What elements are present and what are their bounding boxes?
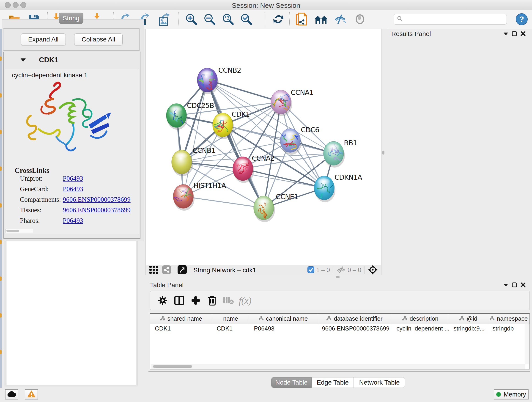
column-header-database-identifier[interactable]: database identifier — [317, 314, 392, 324]
table-hscrollbar-thumb[interactable] — [153, 365, 192, 368]
gene-panel-hscrollbar[interactable] — [6, 229, 33, 233]
table-cell[interactable]: cyclin–dependent ... — [392, 324, 449, 333]
table-cell[interactable]: 9606.ENSP00000378699 — [317, 324, 392, 333]
memory-button[interactable]: Memory — [494, 389, 529, 400]
panel-float-icon[interactable] — [512, 282, 517, 288]
dock-peek-dot — [0, 166, 2, 171]
toolbar-divider — [333, 266, 333, 274]
crosslink-label: Uniprot: — [20, 175, 63, 182]
table-cell[interactable]: CDK1 — [150, 324, 212, 333]
tab-string[interactable]: String — [59, 13, 83, 24]
column-header-shared-name[interactable]: shared name — [150, 314, 212, 324]
grid-view-icon[interactable] — [149, 266, 158, 275]
column-header-namespace[interactable]: namespace — [488, 314, 530, 324]
network-node-label-CDK1: CDK1 — [232, 110, 250, 118]
panel-menu-icon[interactable] — [504, 283, 508, 287]
network-node-CDKN1A[interactable] — [314, 176, 337, 204]
node-table: shared namenamecanonical namedatabase id… — [150, 313, 530, 370]
zoom-fit-icon — [222, 13, 234, 26]
network-node-CDK1[interactable] — [213, 113, 234, 139]
birdseye-toggle-icon[interactable] — [177, 265, 187, 275]
column-header-name[interactable]: name — [212, 314, 249, 324]
zoom-selected-button[interactable] — [240, 13, 253, 26]
crosslink-link[interactable]: P06493 — [63, 175, 83, 182]
tab-node-table[interactable]: Node Table — [271, 377, 312, 388]
delete-column-trash-icon[interactable] — [204, 294, 220, 307]
gene-expander-icon[interactable] — [21, 58, 26, 63]
svg-text:?: ? — [519, 15, 524, 23]
network-edge-HIST1H1A-CCNE1[interactable] — [183, 196, 264, 208]
zoom-selected-icon — [240, 13, 253, 26]
toolbar-separator — [289, 12, 290, 27]
home-button[interactable] — [314, 13, 328, 26]
crosslink-link[interactable]: 9606.ENSP00000378699 — [63, 196, 131, 203]
tab-network-table[interactable]: Network Table — [354, 377, 405, 388]
network-column-icon — [490, 315, 495, 322]
horizontal-splitter-grip[interactable] — [336, 276, 340, 278]
panel-float-icon[interactable] — [512, 31, 517, 37]
panel-divider — [148, 371, 530, 371]
table-cell[interactable]: P06493 — [249, 324, 317, 333]
network-node-CCNA2[interactable] — [233, 157, 254, 183]
cloud-button[interactable] — [5, 389, 18, 400]
table-type-tabs: Node TableEdge TableNetwork Table — [271, 377, 405, 388]
table-row[interactable]: CDK1CDK1P064939606.ENSP00000378699cyclin… — [150, 324, 530, 333]
table-cell[interactable]: stringdb — [488, 324, 530, 333]
add-column-icon[interactable] — [187, 294, 204, 307]
table-cell[interactable]: stringdb:9... — [449, 324, 488, 333]
network-edge-CCNB2-HIST1H1A[interactable] — [183, 80, 207, 196]
crosslink-link[interactable]: 9606.ENSP00000378699 — [63, 206, 131, 214]
column-header-label: shared name — [167, 315, 202, 322]
show-column-panel-icon[interactable] — [171, 294, 187, 307]
search-input[interactable] — [405, 15, 507, 24]
table-cell[interactable]: CDK1 — [212, 324, 249, 333]
warnings-button[interactable] — [25, 389, 38, 400]
network-node-CCNB2[interactable] — [197, 68, 219, 94]
hidden-eye-icon[interactable] — [336, 266, 346, 274]
delete-table-icon-disabled — [220, 294, 237, 307]
zoom-fit-button[interactable] — [221, 13, 234, 26]
crosslink-label: Compartments: — [20, 196, 63, 203]
network-share-view-icon[interactable] — [162, 265, 171, 275]
crosslink-link[interactable]: P06493 — [63, 217, 83, 224]
column-header--id[interactable]: @id — [449, 314, 488, 324]
memory-status-dot — [496, 392, 501, 397]
column-header-label: namespace — [497, 315, 528, 322]
table-settings-gear-icon[interactable] — [154, 294, 171, 307]
table-vscrollbar[interactable] — [525, 324, 529, 364]
zoom-in-button[interactable] — [185, 13, 198, 26]
network-canvas[interactable]: CCNB2CCNA1CDC25BCDK1CDC6RB1CCNB1CCNA2CDK… — [146, 29, 381, 265]
collapse-all-button[interactable]: Collapse All — [74, 33, 123, 45]
hide-selected-button[interactable] — [334, 13, 347, 26]
string-import-button[interactable] — [295, 13, 308, 26]
network-node-CDC6[interactable] — [280, 128, 302, 155]
help-button[interactable]: ? — [515, 13, 528, 26]
search-field — [394, 14, 507, 25]
function-builder-icon-disabled: f(x) — [237, 294, 253, 307]
selected-checkbox-icon[interactable] — [307, 266, 314, 274]
network-node-CCNA1[interactable] — [271, 90, 292, 116]
zoom-out-button[interactable] — [203, 13, 216, 26]
column-header-label: name — [223, 315, 238, 322]
network-node-CDC25B[interactable] — [166, 104, 188, 132]
panel-close-icon[interactable] — [520, 31, 526, 37]
network-node-CCNE1[interactable] — [254, 196, 275, 222]
network-node-HIST1H1A[interactable] — [173, 184, 196, 211]
crosslink-link[interactable]: P06493 — [63, 185, 83, 193]
expand-all-button[interactable]: Expand All — [21, 33, 66, 45]
network-node-RB1[interactable] — [323, 141, 345, 167]
fit-selected-crosshair-icon[interactable] — [368, 265, 378, 275]
export-image-button[interactable] — [157, 13, 171, 26]
column-header-description[interactable]: description — [392, 314, 449, 324]
toolbar-divider — [190, 266, 190, 274]
right-splitter-grip[interactable] — [382, 151, 385, 155]
panel-close-icon[interactable] — [520, 282, 526, 288]
dock-peek-dot — [0, 130, 2, 134]
column-header-canonical-name[interactable]: canonical name — [249, 314, 317, 324]
refresh-button[interactable] — [272, 13, 285, 26]
network-node-label-CCNB1: CCNB1 — [193, 147, 215, 154]
panel-menu-icon[interactable] — [504, 32, 508, 36]
tab-edge-table[interactable]: Edge Table — [312, 377, 354, 388]
show-all-button[interactable] — [353, 13, 367, 26]
table-hscrollbar[interactable] — [151, 364, 525, 369]
